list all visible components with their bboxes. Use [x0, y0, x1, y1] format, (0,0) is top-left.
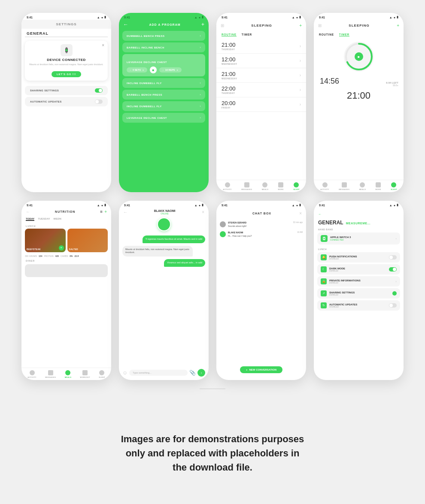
sleep-icon-4	[391, 182, 396, 187]
timer-circle: ■	[344, 42, 374, 72]
auto-updates-sub: DISABLED	[329, 306, 357, 308]
nav-icon-left-4: ⊞	[318, 23, 322, 28]
close-icon-6[interactable]: ×	[202, 210, 204, 214]
close-icon[interactable]: ×	[102, 43, 104, 48]
nav-messages[interactable]: MESSAGES	[241, 182, 252, 190]
add-icon[interactable]: +	[201, 21, 204, 27]
setting-sharing[interactable]: ↗ SHARING SETTINGS ENABLED	[317, 288, 400, 299]
reps-counter[interactable]: - 10 REPS +	[159, 67, 182, 72]
sharing-status-dot	[392, 291, 397, 296]
timer-ring-svg	[344, 42, 374, 72]
exercise-row-3[interactable]: INCLINE DUMBBELL FLY ›	[122, 78, 205, 88]
tab-timer[interactable]: TIMER	[242, 33, 252, 36]
nav-sleep[interactable]: SLEEP	[293, 182, 300, 190]
setting-auto-updates[interactable]: ↻ AUTOMATIC UPDATES DISABLED	[317, 300, 400, 311]
exercise-row-2[interactable]: BARBELL INCLINE BENCH ›	[122, 42, 205, 52]
exercise-row-6[interactable]: LEVERAGE DECLINE CHEST ›	[122, 113, 205, 123]
send-button[interactable]: ›	[197, 369, 205, 377]
svg-rect-1	[66, 47, 67, 48]
time-row-2[interactable]: 12:00 WEDNESDAY ›	[216, 54, 306, 68]
back-arrow-2[interactable]: ←	[123, 21, 128, 27]
dark-mode-toggle[interactable]	[389, 267, 397, 272]
phone-grid-row2: 9:41 ▲ ● ▮ ← NUTRITION ≡ + TODAY TUESDAY…	[21, 201, 404, 380]
day-today[interactable]: TODAY	[26, 217, 34, 221]
new-conversation-button[interactable]: + NEW CONVERSATION	[240, 366, 282, 373]
phone-sleeping-timer: 9:41 ▲ ● ▮ ⊞ SLEEPING + ROUTINE TIMER	[314, 13, 404, 192]
add-icon-3[interactable]: +	[299, 23, 302, 28]
messages-icon-5	[48, 370, 53, 375]
nav-messages-4[interactable]: MESSAGES	[339, 182, 349, 190]
time-row-4[interactable]: 22:00 THURSDAY ›	[216, 83, 306, 97]
nav-more-4[interactable]: MORE	[376, 182, 381, 190]
add-icon-4[interactable]: +	[397, 23, 399, 28]
setting-dark-mode[interactable]: ☾ DARK MODE ENABLED	[317, 264, 400, 275]
wifi-icon-7: ●	[296, 204, 298, 207]
exercise-row-1[interactable]: DUMBBELL BENCH PRESS ›	[122, 31, 205, 41]
tab-timer-4[interactable]: TIMER	[339, 33, 349, 36]
battery-icon-7: ▮	[299, 203, 301, 207]
back-icon-6[interactable]: ←	[123, 210, 128, 214]
sharing-toggle[interactable]	[95, 88, 103, 93]
push-notif-toggle[interactable]	[389, 255, 397, 260]
day-value-4: THURSDAY	[222, 92, 236, 94]
sleeping-nav: ⊞ SLEEPING +	[216, 20, 306, 31]
exercise-row-4[interactable]: BARBELL BENCH PRESS ›	[122, 90, 205, 100]
chatbox-title: CHAT BOX	[252, 212, 271, 215]
back-icon-5[interactable]: ←	[26, 209, 30, 214]
sets-counter[interactable]: - 4 SETS +	[127, 67, 147, 72]
day-value-5: FRIDAY	[222, 106, 236, 109]
tab-routine[interactable]: ROUTINE	[222, 33, 237, 36]
time-row-3[interactable]: 21:00 WEDNESDAY ›	[216, 68, 306, 83]
play-button[interactable]: ■	[150, 66, 157, 73]
updates-toggle[interactable]	[95, 100, 103, 104]
nav-meals[interactable]: MEALS	[262, 182, 269, 190]
close-icon-7[interactable]: ×	[299, 211, 302, 216]
settings-row-updates[interactable]: AUTOMATIC UPDATES	[25, 97, 108, 106]
auto-updates-toggle[interactable]	[389, 303, 397, 308]
settings-row-sharing[interactable]: SHARING SETTINGS	[25, 86, 108, 95]
day-wednesday[interactable]: WEDN	[53, 217, 61, 221]
nav-meals-4[interactable]: MEALS	[359, 182, 366, 190]
setting-push-notifications[interactable]: 🔔 PUSH NOTIFICATIONS DISABLED	[317, 252, 400, 263]
time-row-1[interactable]: 21:00 THURSDAY ›	[216, 39, 306, 54]
device-connected-popup[interactable]: × DEVICE CONNECTED Mauris ut tincidunt f…	[25, 41, 108, 81]
exercise-row-active[interactable]: LEVERAGE DECLINE CHEST - 4 SETS + ■ - 10…	[122, 54, 205, 76]
measurement-tab[interactable]: MEASUREME...	[346, 222, 370, 225]
exercise-row-5[interactable]: INCLINE DUMBBELL FLY ›	[122, 101, 205, 111]
time-steven: 32 min ago	[293, 221, 303, 225]
time-row-5[interactable]: 20:00 FRIDAY ›	[216, 97, 306, 112]
status-icons-7: ▲ ● ▮	[292, 203, 301, 207]
day-tuesday[interactable]: TUESDAY	[38, 217, 50, 221]
macro-carbs-val: 0%	[70, 255, 73, 257]
plus-icon-reps[interactable]: +	[176, 69, 178, 71]
nav-more[interactable]: MORE	[278, 182, 284, 190]
bottom-nav-4: ACTIVITY MESSAGES MEALS MORE SLEEP	[314, 180, 404, 192]
plus-icon[interactable]: +	[143, 69, 144, 71]
nav-sleep-5[interactable]: SLEEP	[99, 370, 105, 378]
back-button-8[interactable]: ←	[318, 212, 322, 216]
food-card-salted[interactable]: SALTED	[67, 229, 108, 252]
minus-icon[interactable]: -	[130, 69, 131, 71]
list-icon[interactable]: ≡	[100, 209, 103, 214]
attach-icon[interactable]: 📎	[189, 370, 196, 376]
tab-routine-4[interactable]: ROUTINE	[319, 33, 334, 36]
setting-private-info[interactable]: 🔒 PRIVATE INFORMATIONS ENABLED ›	[317, 276, 400, 287]
nav-sleep-4[interactable]: SLEEP	[391, 182, 397, 190]
emoji-icon[interactable]: ☺	[122, 370, 128, 376]
nav-messages-5[interactable]: MESSAGES	[45, 370, 56, 378]
chat-input[interactable]: Type something...	[129, 370, 188, 376]
phone-chat: 9:41 ▲ ● ▮ ← BLAKK NAOMI ONLINE ×	[119, 201, 209, 380]
food-card-beefsteak[interactable]: BEEFSTEAK +	[25, 229, 66, 252]
moon-icon: ☾	[322, 268, 325, 271]
add-beefsteak-button[interactable]: +	[59, 245, 64, 250]
nav-activity[interactable]: ACTIVITY	[223, 182, 232, 190]
nav-activity-4[interactable]: ACTIVITY	[320, 182, 329, 190]
nav-activity-5[interactable]: ACTIVITY	[27, 370, 36, 378]
minus-icon-reps[interactable]: -	[163, 69, 164, 71]
device-row-applewatch[interactable]: APPLE WATCH 3 CONNECTED ›	[317, 232, 400, 244]
lets-go-button[interactable]: LET'S GO !!!	[52, 71, 81, 77]
add-icon-5[interactable]: +	[104, 209, 107, 214]
macros-row: 300 GRAMS 134 PROTEIN 420 CARBS 0% 22.8	[21, 254, 111, 258]
nav-meals-5[interactable]: MEALS	[65, 370, 72, 378]
nav-workout-5[interactable]: WORKOUT	[80, 370, 90, 378]
